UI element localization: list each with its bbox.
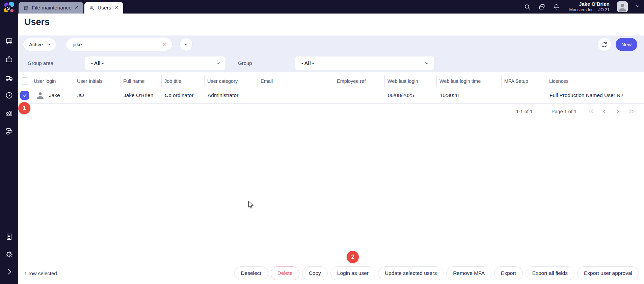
clock-icon[interactable] xyxy=(5,91,14,100)
sidebar: S xyxy=(0,0,18,284)
last-page-button[interactable] xyxy=(624,108,638,115)
tab-label: Users xyxy=(98,5,111,11)
column-header[interactable]: User category xyxy=(205,75,258,87)
group-dropdown[interactable]: - All - xyxy=(295,56,434,70)
reports-icon[interactable] xyxy=(5,109,14,118)
search-icon[interactable] xyxy=(524,3,531,10)
mouse-cursor xyxy=(248,201,256,210)
cell-full-name: Jake O'Brien xyxy=(120,87,162,103)
refresh-button[interactable] xyxy=(598,38,611,51)
login-as-user-button[interactable]: Login as user 2 xyxy=(330,266,375,280)
column-header[interactable]: Web last login time xyxy=(437,75,502,87)
cell-email xyxy=(258,87,334,103)
close-tab-icon[interactable] xyxy=(75,5,79,11)
filter-bar: Active New Group area - All - Group - Al… xyxy=(18,36,644,72)
delete-button[interactable]: Delete xyxy=(271,266,299,280)
tab-file-maintenance[interactable]: File maintenance xyxy=(19,2,83,14)
search-input[interactable] xyxy=(73,42,157,47)
briefcase-icon[interactable] xyxy=(5,55,14,64)
advanced-search-toggle[interactable] xyxy=(180,38,193,51)
pagination-range: 1-1 of 1 xyxy=(516,109,533,114)
column-header[interactable]: Email xyxy=(258,75,334,87)
company-building-icon[interactable] xyxy=(5,232,14,241)
workflow-icon[interactable] xyxy=(5,126,14,135)
group-area-dropdown[interactable]: - All - xyxy=(85,56,226,70)
status-filter-value: Active xyxy=(29,42,43,47)
dashboard-icon[interactable] xyxy=(5,37,14,46)
column-header[interactable]: Web last login xyxy=(385,75,437,87)
select-all-checkbox[interactable] xyxy=(18,75,31,87)
chevron-left-icon xyxy=(601,108,608,115)
cell-mfa-setup xyxy=(502,87,546,103)
copy-button[interactable]: Copy xyxy=(302,266,328,280)
avatar[interactable] xyxy=(617,1,628,12)
cell-user-login: Jake xyxy=(49,92,60,98)
group-value: - All - xyxy=(301,60,314,66)
search-box xyxy=(66,38,172,51)
column-header[interactable]: Job title xyxy=(162,75,205,87)
table-header: User login User Initials Full name Job t… xyxy=(18,75,644,87)
remove-mfa-button[interactable]: Remove MFA xyxy=(446,266,491,280)
user-login-cell: Jake xyxy=(34,91,60,100)
cell-user-category: Administrator xyxy=(205,87,258,103)
export-all-fields-button[interactable]: Export all fields xyxy=(526,266,574,280)
current-user-name: Jake O'Brien xyxy=(569,1,610,7)
chevron-down-icon xyxy=(424,61,429,66)
user-menu-chevron-icon[interactable] xyxy=(635,4,640,10)
chevron-right-icon xyxy=(615,108,621,115)
pagination-bar: 1-1 of 1 Page 1 of 1 xyxy=(18,104,644,119)
double-chevron-left-icon xyxy=(588,108,594,115)
status-filter-dropdown[interactable]: Active xyxy=(23,38,56,51)
user-avatar-icon xyxy=(35,91,45,100)
column-header[interactable]: User Initials xyxy=(74,75,120,87)
page-title: Users xyxy=(24,17,50,27)
chevron-down-icon xyxy=(216,61,221,66)
close-tab-icon[interactable] xyxy=(114,5,119,11)
pagination-page: Page 1 of 1 xyxy=(552,109,576,114)
windows-icon[interactable] xyxy=(538,3,545,10)
group-area-value: - All - xyxy=(91,60,104,66)
notifications-bell-icon[interactable] xyxy=(553,3,560,10)
chevron-down-icon xyxy=(184,42,189,47)
settings-gear-icon[interactable] xyxy=(5,250,14,259)
archive-icon xyxy=(23,5,29,11)
cell-web-last-login: 06/08/2025 xyxy=(385,87,437,103)
column-header[interactable]: MFA Setup xyxy=(502,75,546,87)
column-header[interactable]: Employee ref xyxy=(334,75,385,87)
export-button[interactable]: Export xyxy=(494,266,523,280)
column-header[interactable]: Full name xyxy=(120,75,162,87)
login-as-user-label: Login as user xyxy=(337,270,369,276)
delivery-truck-icon[interactable] xyxy=(5,74,14,82)
current-user-org: Monsters Inc. - JO 21 xyxy=(569,7,610,13)
topbar-actions: Jake O'Brien Monsters Inc. - JO 21 xyxy=(524,0,640,14)
chevron-down-icon xyxy=(46,42,51,47)
tab-users[interactable]: Users xyxy=(84,2,123,14)
refresh-icon xyxy=(601,41,608,48)
topbar: File maintenance Users Jake O'Brien Mons… xyxy=(18,0,644,14)
table-row[interactable]: Jake JO Jake O'Brien Co ordinator Admini… xyxy=(18,87,644,104)
deselect-button[interactable]: Deselect xyxy=(234,266,268,280)
update-selected-users-button[interactable]: Update selected users xyxy=(378,266,444,280)
previous-page-button[interactable] xyxy=(597,108,611,115)
double-chevron-right-icon xyxy=(628,108,635,115)
group-label: Group xyxy=(238,56,252,70)
check-icon xyxy=(22,93,27,98)
group-area-label: Group area xyxy=(28,56,53,70)
app-logo[interactable]: S xyxy=(3,1,16,14)
footer-buttons: Deselect Delete Copy Login as user 2 Upd… xyxy=(234,266,639,280)
column-header[interactable]: User login xyxy=(31,75,74,87)
cell-user-initials: JO xyxy=(74,87,120,103)
user-icon xyxy=(89,5,95,11)
new-button[interactable]: New xyxy=(616,38,637,51)
column-header[interactable]: Licences xyxy=(546,75,644,87)
export-user-approval-button[interactable]: Export user approval xyxy=(577,266,639,280)
next-page-button[interactable] xyxy=(611,108,624,115)
current-user[interactable]: Jake O'Brien Monsters Inc. - JO 21 xyxy=(569,1,610,13)
expand-sidebar-icon[interactable] xyxy=(5,267,14,276)
first-page-button[interactable] xyxy=(584,108,597,115)
step-1-badge: 1 xyxy=(18,102,30,114)
footer-action-bar: 1 row selected Deselect Delete Copy Logi… xyxy=(18,262,644,284)
clear-search-icon[interactable] xyxy=(162,42,167,47)
selection-count: 1 row selected xyxy=(24,270,57,276)
row-checkbox[interactable] xyxy=(18,87,31,103)
